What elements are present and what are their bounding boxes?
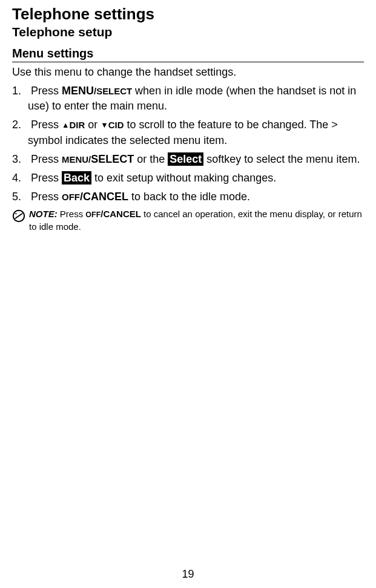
up-triangle-icon: ▲	[62, 121, 69, 129]
step1-key-small: /SELECT	[94, 86, 132, 96]
step5-prefix: Press	[31, 191, 62, 203]
note-text: NOTE: Press OFF/CANCEL to cancel an oper…	[29, 208, 364, 233]
step3-key-bold: SELECT	[91, 153, 134, 165]
step2-prefix: Press	[31, 119, 62, 131]
page-title: Telephone settings	[12, 5, 364, 24]
note-label: NOTE:	[29, 209, 58, 219]
back-softkey: Back	[62, 171, 91, 185]
step-5: Press OFF/CANCEL to back to the idle mod…	[12, 189, 364, 204]
page-subtitle: Telephone setup	[12, 25, 364, 39]
note-before: Press	[58, 209, 86, 219]
step3-or-the: or the	[134, 153, 168, 165]
step4-prefix: Press	[31, 172, 62, 184]
note-icon	[12, 209, 25, 223]
step1-prefix: Press	[31, 85, 62, 97]
intro-text: Use this menu to change the handset sett…	[12, 66, 364, 79]
step-2: Press ▲DIR or ▼CID to scroll to the feat…	[12, 117, 364, 148]
note-key-small: OFF	[85, 211, 101, 219]
step3-suffix: softkey to select the menu item.	[203, 153, 360, 165]
step2-or: or	[85, 119, 101, 131]
step3-key-small: MENU/	[62, 154, 91, 165]
step5-suffix: to back to the idle mode.	[128, 191, 250, 203]
step-4: Press Back to exit setup without making …	[12, 171, 364, 186]
step4-suffix: to exit setup without making changes.	[91, 172, 276, 184]
step3-prefix: Press	[31, 153, 62, 165]
steps-list: Press MENU/SELECT when in idle mode (whe…	[12, 83, 364, 204]
select-softkey: Select	[168, 152, 203, 166]
note-key-bold: /CANCEL	[101, 209, 141, 219]
dir-label: DIR	[70, 120, 85, 130]
step1-key-bold: MENU	[62, 85, 94, 97]
page-number: 19	[182, 568, 194, 581]
section-heading: Menu settings	[12, 47, 364, 62]
note-block: NOTE: Press OFF/CANCEL to cancel an oper…	[12, 208, 364, 233]
step-1: Press MENU/SELECT when in idle mode (whe…	[12, 83, 364, 114]
cid-label: CID	[108, 120, 124, 130]
step-3: Press MENU/SELECT or the Select softkey …	[12, 152, 364, 167]
down-triangle-icon: ▼	[101, 121, 108, 129]
step5-key-bold: /CANCEL	[80, 191, 128, 203]
step5-key-small: OFF	[62, 192, 80, 202]
svg-point-1	[15, 214, 16, 215]
